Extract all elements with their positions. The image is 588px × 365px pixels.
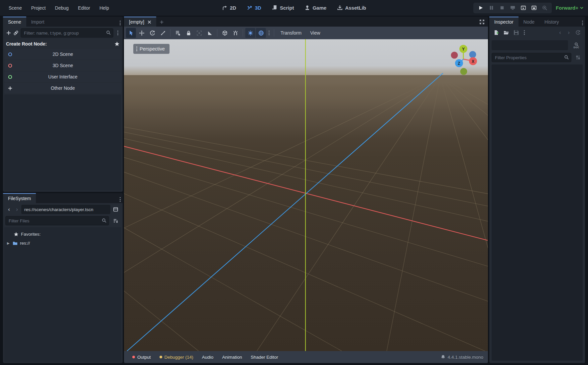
- scene-filter: [21, 28, 113, 38]
- play-custom-scene-button[interactable]: [529, 4, 538, 12]
- renderer-select[interactable]: Forward+: [556, 5, 583, 11]
- switch-2d-button[interactable]: 2D: [218, 3, 240, 12]
- switch-3d-button[interactable]: 3D: [243, 3, 265, 12]
- snap-object-button[interactable]: [220, 28, 230, 38]
- node-name-row: DOC: [489, 39, 585, 52]
- filesystem-dock-menu-icon[interactable]: [118, 196, 123, 203]
- preview-environment-button[interactable]: [256, 28, 266, 38]
- object-history-icon[interactable]: [574, 28, 582, 37]
- history-forward-button[interactable]: ›: [565, 29, 572, 36]
- nav-back-button[interactable]: ‹: [5, 206, 13, 213]
- filesystem-filter-input[interactable]: [5, 216, 109, 225]
- shader-editor-panel-button[interactable]: Shader Editor: [247, 353, 282, 361]
- property-filter-options-icon[interactable]: [573, 53, 583, 62]
- audio-panel-button[interactable]: Audio: [198, 353, 217, 361]
- gizmo-neg-y[interactable]: [460, 68, 467, 75]
- switch-script-button[interactable]: Script: [268, 3, 298, 12]
- tab-history[interactable]: History: [539, 17, 564, 27]
- instance-scene-button[interactable]: [13, 30, 19, 36]
- create-3d-scene-button[interactable]: 3D Scene: [4, 60, 121, 71]
- create-ui-scene-button[interactable]: User Interface: [4, 71, 121, 82]
- ruler-tool-button[interactable]: [205, 28, 215, 38]
- play-button[interactable]: [476, 4, 485, 12]
- bottom-panel-bar: Output Debugger (14) Audio Animation Sha…: [124, 351, 488, 363]
- res-root-row[interactable]: ▶ res://: [6, 239, 119, 248]
- scene-dock-menu-icon[interactable]: [118, 19, 123, 27]
- resource-options-menu-icon[interactable]: [522, 29, 527, 36]
- menu-editor[interactable]: Editor: [74, 4, 94, 12]
- menu-debug[interactable]: Debug: [51, 4, 72, 12]
- viewport-3d[interactable]: Perspective Y X Z: [124, 39, 488, 351]
- tab-filesystem[interactable]: FileSystem: [3, 193, 36, 203]
- gizmo-neg-z[interactable]: [469, 51, 476, 58]
- menu-scene[interactable]: Scene: [5, 4, 26, 12]
- history-back-button[interactable]: ‹: [556, 29, 564, 36]
- game-icon: [304, 5, 310, 11]
- save-resource-button[interactable]: [512, 28, 521, 37]
- scale-tool-button[interactable]: [158, 28, 168, 38]
- output-panel-button[interactable]: Output: [129, 353, 155, 361]
- search-icon: [102, 218, 107, 223]
- view-menu[interactable]: View: [306, 29, 324, 37]
- movie-maker-button[interactable]: [540, 4, 549, 12]
- switch-assetlib-button[interactable]: AssetLib: [333, 3, 370, 12]
- scene-dock: Scene Import: [3, 17, 123, 192]
- move-tool-button[interactable]: [137, 28, 147, 38]
- inspector-dock-menu-icon[interactable]: [580, 19, 585, 27]
- expand-chevron-icon[interactable]: ▶: [7, 241, 10, 245]
- filesystem-dock-tabs: FileSystem: [3, 193, 123, 203]
- favorites-star-icon[interactable]: [114, 41, 120, 47]
- sort-files-button[interactable]: [111, 216, 120, 225]
- preview-options-menu-icon[interactable]: [267, 29, 272, 37]
- scene-tab-empty[interactable]: [empty]: [124, 17, 156, 27]
- menu-project[interactable]: Project: [27, 4, 50, 12]
- gizmo-neg-x[interactable]: [451, 52, 458, 59]
- rotate-tool-button[interactable]: [147, 28, 157, 38]
- close-icon[interactable]: [148, 20, 151, 24]
- inspector-properties-empty-area: [492, 64, 583, 361]
- remote-debug-button[interactable]: [508, 4, 517, 12]
- play-scene-button[interactable]: [519, 4, 528, 12]
- switch-game-button[interactable]: Game: [301, 3, 330, 12]
- transform-menu[interactable]: Transform: [277, 29, 305, 37]
- scene-filter-menu-icon[interactable]: [115, 29, 120, 37]
- view-perspective-button[interactable]: Perspective: [133, 44, 170, 54]
- inspector-dock-tabs: Inspector Node History: [489, 17, 585, 27]
- create-other-node-button[interactable]: Other Node: [4, 83, 121, 93]
- new-resource-button[interactable]: [492, 28, 501, 37]
- scene-filter-input[interactable]: [21, 28, 113, 38]
- viewport-toolbar: Transform View: [124, 27, 488, 39]
- star-icon: [14, 232, 19, 237]
- center-area: [empty]: [124, 17, 488, 363]
- group-button[interactable]: [194, 28, 204, 38]
- output-status-dot: [132, 356, 135, 358]
- current-path-field[interactable]: res://scenes/characters/player.tscn: [21, 205, 110, 214]
- create-2d-scene-button[interactable]: 2D Scene: [4, 49, 121, 60]
- favorites-row[interactable]: Favorites:: [6, 230, 119, 239]
- filter-properties-input[interactable]: [492, 53, 571, 62]
- animation-panel-button[interactable]: Animation: [218, 353, 246, 361]
- tab-scene[interactable]: Scene: [3, 17, 26, 27]
- nav-forward-button[interactable]: ›: [13, 206, 21, 213]
- view-orientation-gizmo[interactable]: Y X Z: [445, 42, 482, 78]
- tab-inspector[interactable]: Inspector: [489, 17, 519, 27]
- version-button[interactable]: 4.4.1.stable.mono: [441, 355, 483, 360]
- new-scene-tab-button[interactable]: [156, 17, 167, 27]
- snap-magnet-button[interactable]: [230, 28, 240, 38]
- preview-sunlight-button[interactable]: [245, 28, 255, 38]
- debugger-panel-button[interactable]: Debugger (14): [156, 353, 197, 361]
- lock-button[interactable]: [183, 28, 193, 38]
- tab-import[interactable]: Import: [26, 17, 50, 27]
- load-resource-button[interactable]: [502, 28, 511, 37]
- add-node-button[interactable]: [6, 30, 11, 36]
- scene-dock-toolbar: [3, 27, 123, 39]
- split-view-button[interactable]: [111, 205, 120, 214]
- menu-help[interactable]: Help: [95, 4, 113, 12]
- stop-button[interactable]: [497, 4, 507, 12]
- pause-button[interactable]: [487, 4, 496, 12]
- tab-node[interactable]: Node: [519, 17, 539, 27]
- open-docs-button[interactable]: DOC: [570, 40, 583, 51]
- distraction-free-button[interactable]: [477, 17, 487, 27]
- selection-list-button[interactable]: [173, 28, 183, 38]
- select-tool-button[interactable]: [126, 28, 136, 38]
